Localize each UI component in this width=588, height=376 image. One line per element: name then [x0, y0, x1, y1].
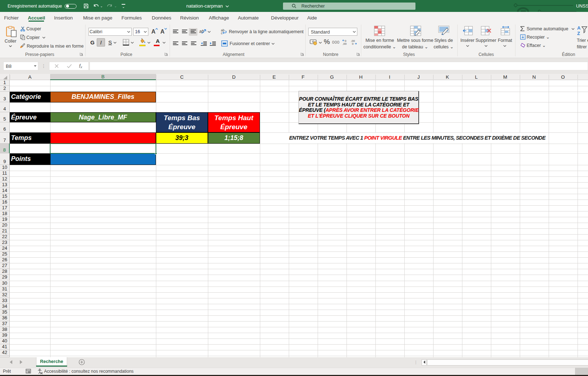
svg-text:Z: Z	[577, 31, 580, 36]
svg-text:A: A	[577, 25, 581, 31]
svg-text:c: c	[221, 31, 223, 34]
svg-text:0: 0	[352, 42, 354, 45]
svg-text:,00: ,00	[343, 42, 347, 45]
